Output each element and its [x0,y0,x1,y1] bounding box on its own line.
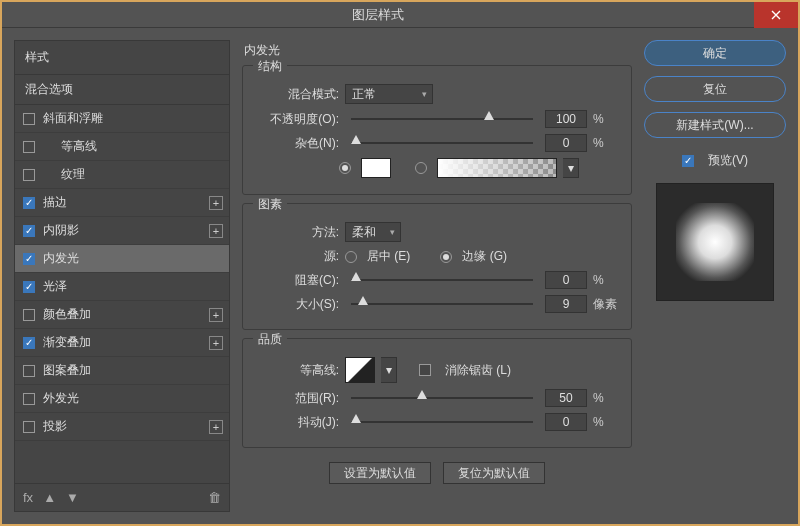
gradient-swatch[interactable] [437,158,557,178]
effect-checkbox[interactable] [23,225,35,237]
arrow-down-icon[interactable]: ▼ [66,490,79,505]
color-radio[interactable] [339,162,351,174]
cancel-button[interactable]: 复位 [644,76,786,102]
percent-unit: % [593,112,621,126]
effect-checkbox[interactable] [23,253,35,265]
chevron-down-icon: ▾ [422,89,427,99]
color-swatch[interactable] [361,158,391,178]
reset-default-button[interactable]: 复位为默认值 [443,462,545,484]
default-buttons: 设置为默认值 复位为默认值 [242,462,632,484]
sidebar-footer: fx ▲ ▼ 🗑 [15,483,229,511]
range-value[interactable]: 50 [545,389,587,407]
contour-dropdown[interactable]: ▾ [381,357,397,383]
source-label: 源: [253,248,339,265]
choke-slider[interactable] [351,272,533,288]
add-effect-icon[interactable]: + [209,336,223,350]
quality-legend: 品质 [253,331,287,348]
effect-label: 纹理 [61,166,85,183]
effect-checkbox[interactable] [23,197,35,209]
effect-row-8[interactable]: 渐变叠加+ [15,329,229,357]
range-label: 范围(R): [253,390,339,407]
effect-row-11[interactable]: 投影+ [15,413,229,441]
opacity-slider[interactable] [351,111,533,127]
noise-slider[interactable] [351,135,533,151]
noise-label: 杂色(N): [253,135,339,152]
effect-label: 投影 [43,418,67,435]
quality-group: 品质 等高线: ▾ 消除锯齿 (L) 范围(R): 50 % 抖动(J): [242,338,632,448]
contour-label: 等高线: [253,362,339,379]
effect-checkbox[interactable] [23,393,35,405]
add-effect-icon[interactable]: + [209,420,223,434]
effect-checkbox[interactable] [23,421,35,433]
effect-row-0[interactable]: 斜面和浮雕 [15,105,229,133]
effect-checkbox[interactable] [23,281,35,293]
method-select[interactable]: 柔和▾ [345,222,401,242]
effect-checkbox[interactable] [23,309,35,321]
effect-checkbox[interactable] [23,169,35,181]
noise-value[interactable]: 0 [545,134,587,152]
effect-row-9[interactable]: 图案叠加 [15,357,229,385]
structure-legend: 结构 [253,58,287,75]
add-effect-icon[interactable]: + [209,224,223,238]
preview-label: 预览(V) [708,152,748,169]
effect-label: 颜色叠加 [43,306,91,323]
effect-checkbox[interactable] [23,365,35,377]
close-icon [771,10,781,20]
effect-row-7[interactable]: 颜色叠加+ [15,301,229,329]
blend-mode-select[interactable]: 正常▾ [345,84,433,104]
jitter-value[interactable]: 0 [545,413,587,431]
trash-icon[interactable]: 🗑 [208,490,221,505]
size-value[interactable]: 9 [545,295,587,313]
fx-icon[interactable]: fx [23,490,33,505]
styles-header[interactable]: 样式 [15,41,229,75]
layer-style-dialog: 图层样式 样式 混合选项 斜面和浮雕等高线纹理描边+内阴影+内发光光泽颜色叠加+… [0,0,800,526]
effect-label: 等高线 [61,138,97,155]
effect-row-4[interactable]: 内阴影+ [15,217,229,245]
effect-label: 外发光 [43,390,79,407]
window-title: 图层样式 [2,6,754,24]
preview-box [656,183,774,301]
effect-row-6[interactable]: 光泽 [15,273,229,301]
effect-checkbox[interactable] [23,113,35,125]
antialias-checkbox[interactable] [419,364,431,376]
preview-checkbox[interactable] [682,155,694,167]
new-style-button[interactable]: 新建样式(W)... [644,112,786,138]
panel-title: 内发光 [244,42,632,59]
jitter-slider[interactable] [351,414,533,430]
settings-panel: 内发光 结构 混合模式: 正常▾ 不透明度(O): 100 % 杂色(N): 0 [242,40,632,512]
source-center-label: 居中 (E) [367,248,410,265]
source-center-radio[interactable] [345,251,357,263]
effect-row-1[interactable]: 等高线 [15,133,229,161]
source-edge-radio[interactable] [440,251,452,263]
effect-row-3[interactable]: 描边+ [15,189,229,217]
size-slider[interactable] [351,296,533,312]
effect-label: 内发光 [43,250,79,267]
close-button[interactable] [754,2,798,28]
effect-label: 渐变叠加 [43,334,91,351]
antialias-label: 消除锯齿 (L) [445,362,511,379]
choke-value[interactable]: 0 [545,271,587,289]
arrow-up-icon[interactable]: ▲ [43,490,56,505]
effect-checkbox[interactable] [23,337,35,349]
effect-label: 光泽 [43,278,67,295]
ok-button[interactable]: 确定 [644,40,786,66]
effect-checkbox[interactable] [23,141,35,153]
effect-row-2[interactable]: 纹理 [15,161,229,189]
effect-row-5[interactable]: 内发光 [15,245,229,273]
chevron-down-icon: ▾ [390,227,395,237]
blend-options-header[interactable]: 混合选项 [15,75,229,105]
effect-label: 描边 [43,194,67,211]
make-default-button[interactable]: 设置为默认值 [329,462,431,484]
method-label: 方法: [253,224,339,241]
gradient-dropdown[interactable]: ▾ [563,158,579,178]
opacity-value[interactable]: 100 [545,110,587,128]
effect-row-10[interactable]: 外发光 [15,385,229,413]
blend-mode-label: 混合模式: [253,86,339,103]
gradient-radio[interactable] [415,162,427,174]
choke-label: 阻塞(C): [253,272,339,289]
range-slider[interactable] [351,390,533,406]
add-effect-icon[interactable]: + [209,196,223,210]
add-effect-icon[interactable]: + [209,308,223,322]
contour-picker[interactable] [345,357,375,383]
right-panel: 确定 复位 新建样式(W)... 预览(V) [644,40,786,512]
